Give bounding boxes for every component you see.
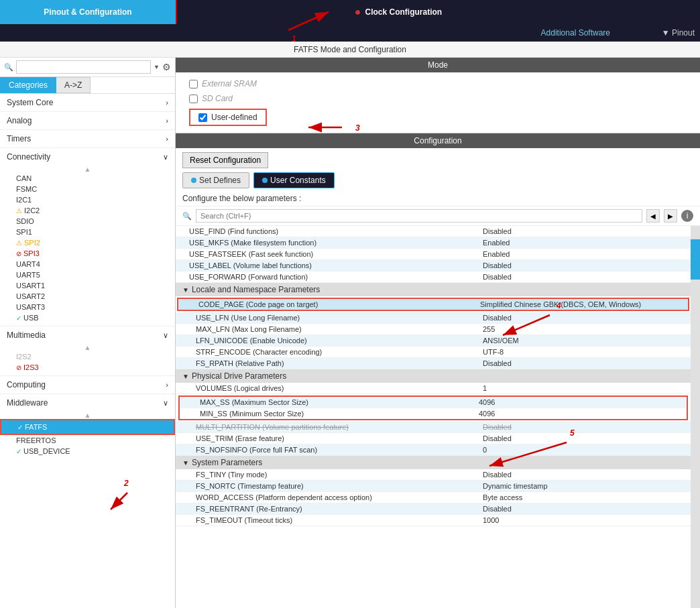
nav-next-button[interactable]: ▶ xyxy=(664,209,677,223)
reset-configuration-button[interactable]: Reset Configuration xyxy=(182,152,268,168)
sidebar-sub-freertos[interactable]: FREERTOS xyxy=(0,435,175,446)
param-value[interactable]: 4096 xyxy=(479,410,680,418)
scrollbar-thumb[interactable] xyxy=(691,239,700,280)
sidebar-sub-spi3[interactable]: ⊘SPI3 xyxy=(0,248,175,259)
scrollbar-track[interactable] xyxy=(691,226,700,608)
sidebar-item-middleware[interactable]: Middleware ∨ xyxy=(0,393,175,412)
param-value[interactable]: Byte access xyxy=(483,493,684,501)
user-defined-checkbox[interactable] xyxy=(198,113,207,122)
sidebar-item-computing[interactable]: Computing › xyxy=(0,375,175,393)
gear-icon[interactable]: ⚙ xyxy=(162,62,171,72)
param-name: CODE_PAGE (Code page on target) xyxy=(198,300,480,308)
sidebar-sub-usb[interactable]: ✓USB xyxy=(0,312,175,323)
param-value[interactable]: 1 xyxy=(483,384,684,392)
dot-icon-set-defines xyxy=(191,178,196,183)
param-value[interactable]: Disabled xyxy=(483,471,684,479)
param-value[interactable]: Disabled xyxy=(483,359,684,367)
param-value[interactable]: Simplified Chinese GBK (DBCS, OEM, Windo… xyxy=(480,300,681,308)
sidebar-sub-i2s2[interactable]: I2S2 xyxy=(0,351,175,362)
pinout-dropdown[interactable]: ▼ Pinout xyxy=(620,24,700,42)
sidebar-item-timers[interactable]: Timers › xyxy=(0,130,175,148)
nav-prev-button[interactable]: ◀ xyxy=(646,209,660,223)
sidebar-item-connectivity[interactable]: Connectivity ∨ xyxy=(0,148,175,166)
param-name: FS_TIMEOUT (Timeout ticks) xyxy=(196,516,483,524)
sidebar-item-multimedia[interactable]: Multimedia ∨ xyxy=(0,326,175,344)
param-value[interactable]: 4096 xyxy=(479,398,680,406)
tab-categories[interactable]: Categories xyxy=(0,77,56,93)
system-section-header[interactable]: ▼ System Parameters xyxy=(176,456,691,469)
sidebar-item-analog[interactable]: Analog › xyxy=(0,112,175,130)
param-value[interactable]: 1000 xyxy=(483,516,684,524)
sidebar-sub-usart1[interactable]: USART1 xyxy=(0,280,175,291)
param-name: MAX_SS (Maximum Sector Size) xyxy=(200,398,479,406)
param-value[interactable]: Dynamic timestamp xyxy=(483,482,684,490)
param-value[interactable]: 255 xyxy=(483,325,684,333)
scroll-up-middleware[interactable]: ▲ xyxy=(0,412,175,419)
sidebar-sub-i2s3[interactable]: ⊘I2S3 xyxy=(0,362,175,373)
sidebar-sub-spi2[interactable]: ⚠SPI2 xyxy=(0,237,175,248)
sidebar-sub-i2c2[interactable]: ⚠I2C2 xyxy=(0,205,175,216)
physical-section-header[interactable]: ▼ Physical Drive Parameters xyxy=(176,369,691,383)
sidebar-sub-i2c1[interactable]: I2C1 xyxy=(0,194,175,205)
scroll-up-multimedia[interactable]: ▲ xyxy=(0,344,175,351)
page-title: FATFS Mode and Configuration xyxy=(0,42,700,58)
param-value[interactable]: Enabled xyxy=(483,239,684,247)
tab-user-constants[interactable]: User Constants xyxy=(253,172,335,188)
sidebar-sub-spi1[interactable]: SPI1 xyxy=(0,227,175,237)
sidebar-sub-fatfs[interactable]: ✓FATFS xyxy=(0,419,175,435)
chevron-right-icon-computing: › xyxy=(166,381,168,389)
param-value[interactable]: ANSI/OEM xyxy=(483,337,684,345)
param-row-word-access: WORD_ACCESS (Platform dependent access o… xyxy=(176,492,691,503)
param-value[interactable]: Disabled xyxy=(483,423,684,431)
param-name: USE_LFN (Use Long Filename) xyxy=(196,314,483,322)
user-defined-label: User-defined xyxy=(211,113,257,122)
chevron-right-icon-timers: › xyxy=(166,135,168,143)
clock-config-header[interactable]: ● Clock Configuration xyxy=(176,0,620,24)
additional-software-link[interactable]: Additional Software xyxy=(176,24,620,42)
sidebar-sub-uart4[interactable]: UART4 xyxy=(0,259,175,269)
sd-card-checkbox[interactable] xyxy=(189,95,198,103)
param-name: LFN_UNICODE (Enable Unicode) xyxy=(196,337,483,345)
search-params-icon: 🔍 xyxy=(182,212,192,221)
sidebar-sub-usart2[interactable]: USART2 xyxy=(0,291,175,302)
param-value[interactable]: Disabled xyxy=(483,261,684,269)
chevron-right-icon-analog: › xyxy=(166,117,168,125)
param-value[interactable]: Disabled xyxy=(483,273,684,281)
tab-set-defines[interactable]: Set Defines xyxy=(182,172,249,188)
pinout-config-header: Pinout & Configuration xyxy=(0,0,176,24)
param-value[interactable]: Disabled xyxy=(483,434,684,442)
search-icon: 🔍 xyxy=(4,63,13,72)
sidebar-sub-uart5[interactable]: UART5 xyxy=(0,269,175,280)
param-value[interactable]: Disabled xyxy=(483,505,684,513)
sidebar-sub-sdio[interactable]: SDIO xyxy=(0,216,175,227)
tab-az[interactable]: A->Z xyxy=(56,77,91,93)
param-name: STRF_ENCODE (Character encoding) xyxy=(196,348,483,356)
external-sram-checkbox[interactable] xyxy=(189,80,198,88)
sidebar-sub-can[interactable]: CAN xyxy=(0,173,175,184)
param-name: FS_REENTRANT (Re-Entrancy) xyxy=(196,505,483,513)
param-value[interactable]: Disabled xyxy=(483,314,684,322)
param-name: WORD_ACCESS (Platform dependent access o… xyxy=(196,493,483,501)
sd-card-label: SD Card xyxy=(202,94,233,103)
sidebar-sub-usart3[interactable]: USART3 xyxy=(0,302,175,312)
param-value[interactable]: UTF-8 xyxy=(483,348,684,356)
param-value[interactable]: 0 xyxy=(483,446,684,454)
sidebar-item-system-core[interactable]: System Core › xyxy=(0,94,175,112)
params-search-input[interactable] xyxy=(196,209,642,223)
params-area: USE_FIND (Find functions) Disabled USE_M… xyxy=(176,226,700,608)
mode-header: Mode xyxy=(176,58,700,72)
param-value[interactable]: Disabled xyxy=(483,227,684,235)
sidebar-sub-usb-device[interactable]: ✓USB_DEVICE xyxy=(0,446,175,457)
locale-section-header[interactable]: ▼ Locale and Namespace Parameters xyxy=(176,283,691,296)
param-name: VOLUMES (Logical drives) xyxy=(196,384,483,392)
param-value[interactable]: Enabled xyxy=(483,250,684,258)
sidebar-search-input[interactable] xyxy=(16,60,151,74)
param-row-fs-reentrant: FS_REENTRANT (Re-Entrancy) Disabled xyxy=(176,503,691,515)
info-icon[interactable]: i xyxy=(681,210,693,222)
sidebar-sub-fsmc[interactable]: FSMC xyxy=(0,184,175,194)
param-row-code-page: CODE_PAGE (Code page on target) Simplifi… xyxy=(177,298,689,311)
param-row-volumes: VOLUMES (Logical drives) 1 xyxy=(176,383,691,394)
scroll-up-connectivity[interactable]: ▲ xyxy=(0,166,175,173)
param-name: MAX_LFN (Max Long Filename) xyxy=(196,325,483,333)
clock-dot-icon: ● xyxy=(355,6,361,18)
